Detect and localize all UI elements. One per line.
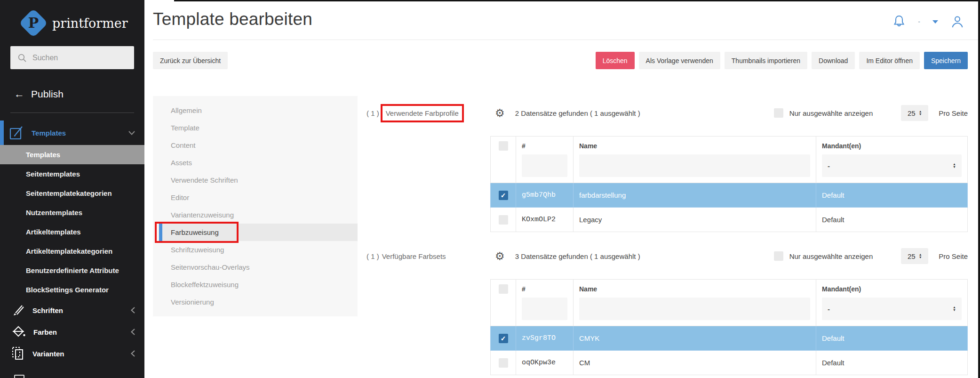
- tab-verwendete-schriften[interactable]: Verwendete Schriften: [153, 171, 358, 189]
- table-row[interactable]: oqOKpw3e CM Default: [491, 351, 968, 375]
- mandant-filter-select[interactable]: - ▲▼: [822, 298, 962, 320]
- per-page-select[interactable]: 25 ▲▼: [901, 105, 928, 121]
- delete-button[interactable]: Löschen: [596, 52, 635, 69]
- section-verwendete-farbprofile: ( 1 ) Verwendete Farbprofile ⚙ 2 Datensä…: [358, 103, 968, 232]
- account-caret-down-icon[interactable]: [932, 20, 938, 24]
- select-all-checkbox[interactable]: [499, 141, 508, 151]
- sidebar-group-schriften[interactable]: Schriften: [0, 299, 144, 321]
- only-selected-checkbox[interactable]: [774, 251, 783, 261]
- table-row[interactable]: ✓ zvSgr8TO CMYK Default: [491, 326, 968, 351]
- per-page-select[interactable]: 25 ▲▼: [901, 248, 928, 264]
- pages-icon: [11, 346, 25, 361]
- gear-icon[interactable]: ⚙: [495, 251, 505, 262]
- section-label: ( 1 ) Verwendete Farbprofile: [358, 103, 490, 123]
- sidebar-divider: [10, 113, 134, 113]
- sidebar-item-nutzentemplates[interactable]: Nutzentemplates: [0, 203, 144, 222]
- chevron-left-icon: [131, 350, 135, 357]
- gear-icon[interactable]: ⚙: [495, 108, 505, 119]
- sidebar-item-artikeltemplatekategorien[interactable]: Artikeltemplatekategorien: [0, 241, 144, 261]
- tab-blockeffektzuweisung[interactable]: Blockeffektzuweisung: [153, 276, 358, 293]
- result-count-text: 3 Datensätze gefunden ( 1 ausgewählt ): [515, 252, 640, 260]
- annotation-red-box: Verwendete Farbprofile: [381, 104, 464, 122]
- sidebar-item-benutzerdefinierte-attribute[interactable]: Benutzerdefinierte Attribute: [0, 261, 144, 280]
- pen-icon: [11, 303, 25, 317]
- printformer-logo-icon: P: [21, 10, 46, 36]
- tab-seitenvorschau-overlays[interactable]: Seitenvorschau-Overlays: [153, 258, 358, 276]
- sidebar-group-templates[interactable]: Templates: [0, 121, 144, 145]
- notifications-bell-icon[interactable]: [892, 15, 906, 29]
- tab-variantenzuweisung[interactable]: Variantenzuweisung: [153, 206, 358, 224]
- sidebar-search: [10, 46, 134, 69]
- download-button[interactable]: Download: [812, 52, 855, 69]
- back-to-overview-button[interactable]: Zurück zur Übersicht: [153, 52, 228, 69]
- farbsets-table: # Name Mandant(en) - ▲▼: [490, 279, 968, 375]
- main-content: Template bearbeiten - Zurück zur Übersic…: [144, 0, 980, 378]
- use-as-template-button[interactable]: Als Vorlage verwenden: [639, 52, 720, 69]
- toolbar: Zurück zur Übersicht Löschen Als Vorlage…: [153, 52, 980, 69]
- row-checkbox[interactable]: ✓: [499, 191, 508, 200]
- table-row[interactable]: ✓ g5mb7Qhb farbdarstellung Default: [491, 183, 968, 208]
- tab-versionierung[interactable]: Versionierung: [153, 293, 358, 311]
- table-controls: ⚙ 2 Datensätze gefunden ( 1 ausgewählt )…: [490, 103, 968, 123]
- tab-editor[interactable]: Editor: [153, 189, 358, 206]
- import-thumbnails-button[interactable]: Thumbnails importieren: [725, 52, 807, 69]
- back-to-publish-link[interactable]: ← Publish: [0, 88, 144, 100]
- row-checkbox[interactable]: [499, 358, 508, 368]
- title-divider: [153, 40, 980, 40]
- select-arrows-icon: ▲▼: [919, 253, 922, 259]
- chevron-left-icon: [131, 307, 135, 314]
- cut-off-sidebar-item-icon: [14, 375, 24, 378]
- page-title: Template bearbeiten: [153, 9, 312, 29]
- open-in-editor-button[interactable]: Im Editor öffnen: [859, 52, 920, 69]
- farbprofile-table: # Name Mandant(en) - ▲▼: [490, 136, 968, 232]
- only-selected-checkbox[interactable]: [774, 108, 783, 118]
- sidebar-item-artikeltemplates[interactable]: Artikeltemplates: [0, 222, 144, 241]
- chevron-down-icon: [128, 131, 135, 135]
- sidebar-item-blocksettings-generator[interactable]: BlockSettings Generator: [0, 280, 144, 299]
- account-name-text: -: [918, 18, 920, 25]
- arrow-left-icon: ←: [14, 88, 24, 100]
- section-verfuegbare-farbsets: ( 1 ) Verfügbare Farbsets ⚙ 3 Datensätze…: [358, 246, 968, 375]
- tab-schriftzuweisung[interactable]: Schriftzuweisung: [153, 241, 358, 258]
- row-checkbox[interactable]: [499, 215, 508, 225]
- sidebar-group-varianten[interactable]: Varianten: [0, 343, 144, 364]
- user-profile-icon[interactable]: [950, 15, 964, 29]
- active-group-bar: [0, 121, 4, 145]
- settings-tab-list: Allgemein Template Content Assets Verwen…: [153, 96, 358, 316]
- save-button[interactable]: Speichern: [924, 52, 968, 69]
- select-arrows-icon: ▲▼: [953, 163, 956, 169]
- brand-name: printformer: [52, 16, 128, 31]
- tab-allgemein[interactable]: Allgemein: [153, 102, 358, 119]
- sidebar-item-seitentemplates[interactable]: Seitentemplates: [0, 164, 144, 184]
- filter-input-name[interactable]: [579, 154, 810, 177]
- screenshot-top-edge: [174, 0, 980, 1]
- search-input[interactable]: [32, 54, 130, 62]
- select-arrows-icon: ▲▼: [953, 306, 956, 312]
- sidebar-item-seitentemplatekategorien[interactable]: Seitentemplatekategorien: [0, 184, 144, 203]
- chevron-left-icon: [131, 329, 135, 335]
- filter-input-id[interactable]: [522, 298, 567, 320]
- search-icon: [17, 53, 27, 63]
- select-arrows-icon: ▲▼: [919, 110, 922, 116]
- section-label: ( 1 ) Verfügbare Farbsets: [358, 246, 490, 266]
- pencil-square-icon: [8, 125, 24, 141]
- sidebar: P printformer ← Publish Templates: [0, 0, 144, 378]
- screenshot-right-edge: [978, 0, 980, 378]
- filter-input-id[interactable]: [522, 154, 567, 177]
- tab-farbzuweisung[interactable]: Farbzuweisung: [159, 224, 358, 241]
- sidebar-item-templates[interactable]: Templates: [0, 145, 144, 164]
- tab-content[interactable]: Content: [153, 137, 358, 154]
- filter-input-name[interactable]: [579, 298, 810, 320]
- table-row[interactable]: KOxmOLP2 Legacy Default: [491, 208, 968, 232]
- brand-logo[interactable]: P printformer: [0, 0, 144, 36]
- mandant-filter-select[interactable]: - ▲▼: [822, 154, 962, 177]
- paint-bucket-icon: [11, 325, 26, 339]
- table-controls: ⚙ 3 Datensätze gefunden ( 1 ausgewählt )…: [490, 246, 968, 266]
- tab-template[interactable]: Template: [153, 119, 358, 137]
- select-all-checkbox[interactable]: [499, 284, 508, 294]
- result-count-text: 2 Datensätze gefunden ( 1 ausgewählt ): [515, 109, 640, 117]
- sidebar-group-farben[interactable]: Farben: [0, 321, 144, 343]
- tab-assets[interactable]: Assets: [153, 154, 358, 171]
- row-checkbox[interactable]: ✓: [499, 334, 508, 343]
